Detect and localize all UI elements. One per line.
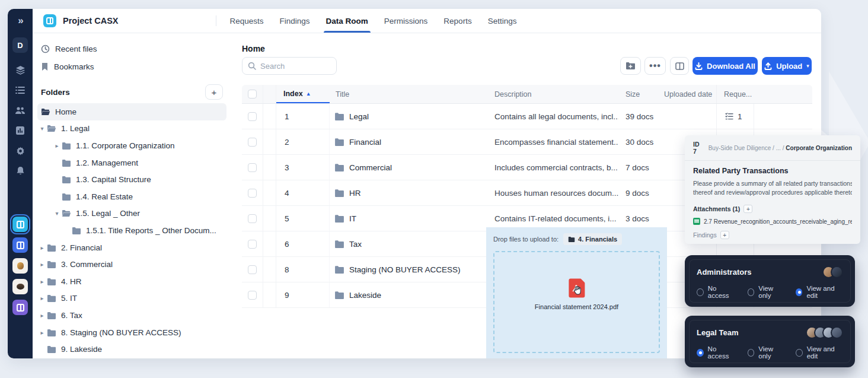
workspace-tile-photo[interactable] <box>12 258 28 274</box>
row-checkbox[interactable] <box>248 265 257 274</box>
avatar <box>831 266 843 278</box>
tree-item-capital-structure[interactable]: 1.3. Capital Structure <box>37 171 226 188</box>
download-all-button[interactable]: Download All <box>693 57 758 75</box>
request-list-icon[interactable] <box>12 82 28 98</box>
tree-item-hr[interactable]: ▸ 4. HR <box>37 273 226 290</box>
row-checkbox[interactable] <box>248 189 257 198</box>
sidebar-item-bookmarks[interactable]: Bookmarks <box>37 58 226 75</box>
nav-tabs: Requests Findings Data Room Permissions … <box>229 9 516 33</box>
users-icon[interactable] <box>12 103 28 118</box>
add-folder-button[interactable]: + <box>205 84 223 100</box>
tab-permissions[interactable]: Permissions <box>384 9 428 33</box>
workspace-tile-photo2[interactable] <box>12 279 28 294</box>
workspace-tile-purple[interactable] <box>12 300 28 315</box>
radio-view-and-edit[interactable]: View and edit <box>796 285 843 299</box>
notifications-bell-icon[interactable] <box>12 163 28 179</box>
row-checkbox[interactable] <box>248 163 257 172</box>
caret-right-icon[interactable]: ▸ <box>37 261 47 268</box>
tree-item-it[interactable]: ▸ 5. IT <box>37 290 226 307</box>
search-input[interactable] <box>260 62 326 71</box>
radio-view-only[interactable]: View only <box>748 285 784 299</box>
user-avatar[interactable]: D <box>12 37 28 53</box>
workspace-tile-active[interactable] <box>12 217 28 232</box>
radio-no-access[interactable]: No access <box>697 285 736 299</box>
cell-title: Commercial <box>349 163 392 172</box>
tree-item-lakeside[interactable]: 9. Lakeside <box>37 341 226 358</box>
tree-item-staging[interactable]: ▸ 8. Staging (NO BUYER ACCESS) <box>37 324 226 341</box>
workspace-tile-blue[interactable] <box>12 237 28 253</box>
sidebar-item-recent-files[interactable]: Recent files <box>37 40 226 57</box>
cell-size: 30 docs <box>618 138 657 147</box>
tree-item-home[interactable]: Home <box>37 103 226 120</box>
request-detail-card[interactable]: ID 7 Buy-Side Due Diligence / ... / Corp… <box>685 135 860 244</box>
tab-reports[interactable]: Reports <box>443 9 471 33</box>
row-checkbox[interactable] <box>248 214 257 223</box>
project-logo-icon[interactable] <box>43 14 56 27</box>
upload-button[interactable]: Upload ▾ <box>762 57 812 75</box>
tree-item-corporate-organization[interactable]: ▸ 1.1. Corporate Organization <box>37 137 226 154</box>
radio-view-and-edit[interactable]: View and edit <box>796 345 843 360</box>
column-header-index[interactable]: Index ▲ <box>276 85 330 103</box>
table-row[interactable]: 1 Legal Contains all legal documents, in… <box>242 104 812 129</box>
layers-icon[interactable] <box>12 62 28 78</box>
icon-rail: » D <box>8 9 33 358</box>
row-checkbox[interactable] <box>248 138 257 147</box>
column-header-title[interactable]: Title <box>330 90 487 99</box>
columns-view-button[interactable] <box>670 57 689 75</box>
caret-right-icon[interactable]: ▸ <box>37 312 47 319</box>
tab-requests[interactable]: Requests <box>229 9 263 33</box>
caret-down-icon[interactable]: ▾ <box>52 210 62 217</box>
column-header-uploaded-date[interactable]: Uploaded date <box>657 90 716 99</box>
caret-right-icon[interactable]: ▸ <box>37 295 47 301</box>
attachment-item[interactable]: 2.7 Revenue_recognition_accounts_receiva… <box>693 218 852 225</box>
tab-findings[interactable]: Findings <box>280 9 310 33</box>
row-checkbox[interactable] <box>248 291 257 300</box>
tree-item-tax[interactable]: ▸ 6. Tax <box>37 307 226 324</box>
caret-down-icon[interactable]: ▾ <box>37 125 47 132</box>
radio-view-only[interactable]: View only <box>748 345 784 360</box>
cell-requests[interactable]: 1 <box>716 104 754 129</box>
reports-chart-icon[interactable] <box>12 123 28 138</box>
tree-item-real-estate[interactable]: 1.4. Real Estate <box>37 188 226 205</box>
settings-gear-icon[interactable] <box>12 143 28 158</box>
caret-right-icon[interactable]: ▸ <box>37 244 47 251</box>
caret-right-icon[interactable]: ▸ <box>37 278 47 285</box>
tree-item-legal[interactable]: ▾ 1. Legal <box>37 120 226 138</box>
caret-right-icon[interactable]: ▸ <box>37 329 47 336</box>
sidebar: Recent files Bookmarks Folders + Home ▾ … <box>33 33 231 358</box>
folder-icon <box>334 214 344 223</box>
tree-item-legal-other[interactable]: ▾ 1.5. Legal _ Other <box>37 205 226 223</box>
tab-settings[interactable]: Settings <box>488 9 517 33</box>
request-description-line2: thereof and review/approval procedures a… <box>693 188 852 197</box>
tree-item-financial[interactable]: ▸ 2. Financial <box>37 239 226 256</box>
more-actions-button[interactable]: ••• <box>644 57 666 75</box>
upload-label: Upload <box>776 62 802 71</box>
row-checkbox[interactable] <box>248 240 257 249</box>
tab-data-room[interactable]: Data Room <box>326 9 368 33</box>
tree-item-management[interactable]: 1.2. Management <box>37 154 226 171</box>
cell-size: 7 docs <box>618 163 657 172</box>
pdf-file-icon <box>569 278 585 297</box>
page-title: Home <box>242 44 265 53</box>
column-header-size[interactable]: Size <box>618 90 657 99</box>
expand-sidebar-icon[interactable]: » <box>18 15 22 27</box>
add-attachment-button[interactable]: + <box>743 205 752 213</box>
new-folder-button[interactable] <box>620 57 641 75</box>
column-header-requests[interactable]: Reque... <box>716 85 754 103</box>
search-box[interactable] <box>242 57 337 75</box>
radio-no-access[interactable]: No access <box>697 345 736 360</box>
caret-right-icon[interactable]: ▸ <box>52 142 62 149</box>
permission-card-administrators: Administrators No access View only View … <box>685 255 855 307</box>
add-finding-button[interactable]: + <box>720 231 729 239</box>
tree-item-label: 5. IT <box>61 294 77 303</box>
tree-item-label: Home <box>55 107 76 116</box>
folder-icon <box>334 265 344 274</box>
column-header-description[interactable]: Description <box>487 90 618 99</box>
folder-icon <box>62 142 71 150</box>
row-checkbox[interactable] <box>248 112 257 121</box>
drop-zone[interactable]: Financial statement 2024.pdf <box>493 251 660 353</box>
select-all-checkbox[interactable] <box>248 90 257 99</box>
folders-heading: Folders <box>41 88 70 97</box>
tree-item-commercial[interactable]: ▸ 3. Commercial <box>37 256 226 273</box>
tree-item-title-reports[interactable]: 1.5.1. Title Reports _ Other Docum... <box>37 222 226 239</box>
